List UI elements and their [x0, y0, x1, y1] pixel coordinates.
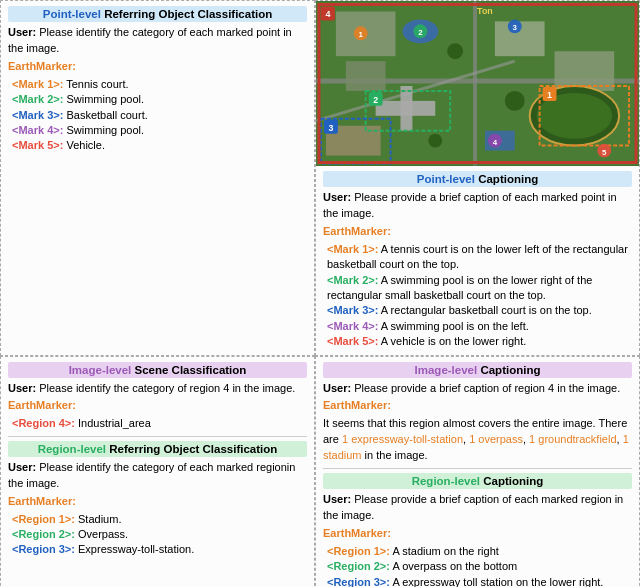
top-left-title: Referring Object Classification — [104, 8, 272, 20]
svg-text:1: 1 — [359, 30, 364, 39]
region-mark-1: <Region 1>: Stadium. — [12, 512, 307, 527]
mid-right-region-user: User: Please provide a brief caption of … — [323, 492, 632, 524]
svg-text:3: 3 — [328, 123, 333, 133]
mark-4: <Mark 4>: Swimming pool. — [12, 123, 307, 138]
svg-rect-11 — [400, 86, 412, 131]
mid-right-image-header: Image-level Captioning — [323, 362, 632, 378]
page-grid: Point-level Referring Object Classificat… — [0, 0, 640, 587]
mid-right-region-header: Region-level Captioning — [323, 473, 632, 489]
mark-2: <Mark 2>: Swimming pool. — [12, 92, 307, 107]
mid-right-image-user: User: Please provide a brief caption of … — [323, 381, 632, 397]
top-left-panel: Point-level Referring Object Classificat… — [0, 0, 315, 356]
mid-left-panel: Image-level Scene Classification User: P… — [0, 356, 315, 587]
svg-point-16 — [505, 91, 525, 111]
top-right-panel: 1 2 3 4 1 2 3 4 — [315, 0, 640, 356]
mid-left-region-user: User: Please identify the category of ea… — [8, 460, 307, 492]
top-left-header: Point-level Referring Object Classificat… — [8, 6, 307, 22]
svg-text:5: 5 — [602, 148, 607, 157]
mid-right-region-marks: <Region 1>: A stadium on the right <Regi… — [323, 544, 632, 587]
top-left-marks: <Mark 1>: Tennis court. <Mark 2>: Swimmi… — [8, 77, 307, 154]
region-caption-1: <Region 1>: A stadium on the right — [327, 544, 632, 559]
region-caption-3: <Region 3>: A expressway toll station on… — [327, 575, 632, 587]
svg-text:2: 2 — [373, 95, 378, 105]
point-captioning-user: User: Please provide a brief caption of … — [323, 190, 632, 222]
mid-left-image-header: Image-level Scene Classification — [8, 362, 307, 378]
caption-mark-3: <Mark 3>: A rectangular basketball court… — [327, 303, 632, 318]
mark-1: <Mark 1>: Tennis court. — [12, 77, 307, 92]
region-caption-2: <Region 2>: A overpass on the bottom — [327, 559, 632, 574]
mid-left-image-user: User: Please identify the category of re… — [8, 381, 307, 397]
mid-right-image-response: It seems that this region almost covers … — [323, 416, 632, 464]
region-mark-2: <Region 2>: Overpass. — [12, 527, 307, 542]
mid-left-region4: <Region 4>: Industrial_area — [12, 416, 307, 431]
svg-text:4: 4 — [493, 138, 498, 147]
caption-mark-1: <Mark 1>: A tennis court is on the lower… — [327, 242, 632, 273]
top-left-earthmarker: EarthMarker: — [8, 59, 307, 75]
mark-3: <Mark 3>: Basketball court. — [12, 108, 307, 123]
caption-mark-4: <Mark 4>: A swimming pool is on the left… — [327, 319, 632, 334]
caption-mark-2: <Mark 2>: A swimming pool is on the lowe… — [327, 273, 632, 304]
svg-text:2: 2 — [418, 28, 423, 37]
mid-right-panel: Image-level Captioning User: Please prov… — [315, 356, 640, 587]
svg-text:1: 1 — [547, 90, 552, 100]
svg-text:3: 3 — [513, 23, 518, 32]
svg-rect-5 — [346, 61, 386, 91]
mid-left-region-marks: <Region 1>: Stadium. <Region 2>: Overpas… — [8, 512, 307, 558]
point-captioning-header: Point-level Captioning — [323, 171, 632, 187]
point-level-label: Point-level — [43, 8, 101, 20]
caption-mark-5: <Mark 5>: A vehicle is on the lower righ… — [327, 334, 632, 349]
mark-5: <Mark 5>: Vehicle. — [12, 138, 307, 153]
region-mark-3: <Region 3>: Expressway-toll-station. — [12, 542, 307, 557]
svg-text:Ton: Ton — [477, 6, 493, 16]
top-left-user: User: Please identify the category of ea… — [8, 25, 307, 57]
svg-point-15 — [447, 43, 463, 59]
svg-point-17 — [428, 134, 442, 148]
satellite-image-svg: 1 2 3 4 1 2 3 4 — [316, 1, 639, 166]
point-captioning-marks: <Mark 1>: A tennis court is on the lower… — [323, 242, 632, 350]
mid-left-region-header: Region-level Referring Object Classifica… — [8, 441, 307, 457]
satellite-image-container: 1 2 3 4 1 2 3 4 — [316, 1, 639, 166]
point-captioning-panel: Point-level Captioning User: Please prov… — [316, 166, 639, 355]
svg-text:4: 4 — [325, 9, 330, 19]
